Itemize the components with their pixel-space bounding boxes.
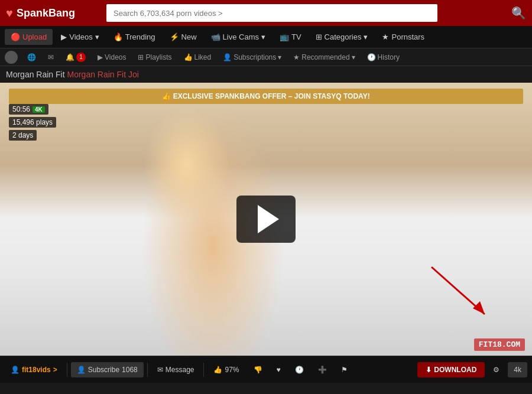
nav-categories[interactable]: ⊞ Categories ▾ (310, 29, 374, 45)
nav-pornstars[interactable]: ★ Pornstars (376, 29, 430, 45)
subscriptions-dropdown-icon: ▾ (278, 53, 281, 61)
notification-count: 1 (76, 53, 86, 62)
play-triangle-icon (258, 205, 279, 233)
pornstars-icon: ★ (382, 32, 389, 41)
gear-icon: ⚙ (493, 366, 499, 374)
play-button[interactable] (236, 196, 296, 243)
logo-heart-icon: ♥ (6, 6, 13, 20)
search-input[interactable] (106, 4, 437, 22)
message-icon: ✉ (157, 366, 163, 374)
subnav-videos-label: Videos (105, 53, 126, 61)
thumbs-down-button[interactable]: 👎 (248, 362, 268, 377)
subnav-subscriptions[interactable]: 👤 Subscriptions ▾ (218, 51, 286, 64)
subnav-recommended-label: Recommended (301, 53, 349, 61)
livecams-icon: 📹 (211, 32, 220, 41)
upload-icon: 🔴 (11, 32, 20, 41)
tag-joi[interactable]: Joi (128, 70, 139, 79)
subnav-history[interactable]: 🕐 History (362, 51, 404, 64)
nav-trending[interactable]: 🔥 Trending (108, 29, 161, 45)
flag-icon: ⚑ (341, 366, 348, 374)
settings-button[interactable]: ⚙ (487, 362, 505, 377)
video-player[interactable]: 👍 EXCLUSIVE SPANKBANG OFFER – JOIN STASY… (0, 83, 532, 356)
recommended-dropdown-icon: ▾ (352, 53, 355, 61)
notification-bell[interactable]: 🌐 (22, 51, 41, 64)
message-label: Message (166, 366, 194, 374)
action-bar: 👤 fit18vids > 👤 Subscribe 1068 ✉ Message… (0, 356, 532, 383)
svg-marker-1 (473, 301, 485, 314)
user-icon: 👤 (11, 366, 20, 374)
tv-icon: 📺 (280, 32, 289, 41)
video-plays-badge: 15,496 plays (9, 117, 56, 128)
subnav-recommended-icon: ★ (293, 53, 300, 61)
logo[interactable]: ♥ SpankBang (6, 6, 100, 20)
download-arrow (426, 261, 497, 332)
categories-icon: ⊞ (316, 32, 322, 41)
channel-link[interactable]: 👤 fit18vids > (5, 362, 63, 377)
nav-new-label: New (181, 32, 197, 41)
subnav-playlists[interactable]: ⊞ Playlists (133, 51, 176, 64)
nav-livecams[interactable]: 📹 Live Cams ▾ (205, 29, 271, 45)
subscribe-count: 1068 (122, 366, 138, 374)
flag-button[interactable]: ⚑ (335, 362, 353, 377)
subscribe-label: Subscribe (88, 366, 119, 374)
nav-pornstars-label: Pornstars (391, 32, 424, 41)
nav-tv[interactable]: 📺 TV (274, 29, 307, 45)
download-icon: ⬇ (426, 366, 432, 374)
videos-dropdown-icon: ▾ (95, 32, 99, 41)
subnav-subscriptions-icon: 👤 (223, 53, 232, 61)
thumbs-up-button[interactable]: 👍 97% (207, 362, 245, 377)
livecams-dropdown-icon: ▾ (261, 32, 265, 41)
plus-icon: ➕ (318, 366, 327, 374)
quality-badge: 4K (33, 106, 45, 113)
subnav-history-label: History (378, 53, 400, 61)
quality-selector[interactable]: 4k (508, 362, 527, 377)
quality-label: 4k (514, 366, 521, 374)
nav-videos[interactable]: ▶ Videos ▾ (55, 29, 105, 45)
duration-text: 50:56 (12, 105, 30, 113)
globe-icon: 🌐 (27, 53, 36, 61)
subnav-history-icon: 🕐 (367, 53, 376, 61)
video-age-badge: 2 days (9, 130, 37, 141)
main-nav: 🔴 Upload ▶ Videos ▾ 🔥 Trending ⚡ New 📹 L… (0, 26, 532, 48)
subscribe-button[interactable]: 👤 Subscribe 1068 (71, 362, 144, 377)
tag-fit[interactable]: Fit (117, 70, 126, 79)
search-button[interactable]: 🔍 (511, 6, 526, 20)
channel-name: fit18vids (22, 366, 51, 374)
tag-morgan-rain[interactable]: Morgan Rain (67, 70, 114, 79)
envelope-icon: ✉ (48, 53, 54, 61)
subnav-videos[interactable]: ▶ Videos (93, 51, 131, 64)
videos-icon: ▶ (61, 32, 67, 41)
subnav-subscriptions-label: Subscriptions (233, 53, 276, 61)
separator-1 (67, 363, 67, 377)
bell-icon: 🔔 (66, 53, 74, 61)
subnav-recommended[interactable]: ★ Recommended ▾ (288, 51, 359, 64)
heart-icon: ♥ (277, 366, 281, 374)
download-button[interactable]: ⬇ DOWNLOAD (417, 362, 485, 377)
subnav-videos-icon: ▶ (98, 53, 103, 61)
trending-icon: 🔥 (113, 32, 123, 41)
watchlater-button[interactable]: 🕐 (289, 362, 310, 377)
nav-tv-label: TV (291, 32, 301, 41)
subnav-liked-icon: 👍 (184, 53, 193, 61)
favorite-button[interactable]: ♥ (271, 362, 287, 377)
clock-icon: 🕐 (295, 366, 304, 374)
upload-label: Upload (22, 32, 47, 41)
promo-banner[interactable]: 👍 EXCLUSIVE SPANKBANG OFFER – JOIN STASY… (9, 89, 523, 104)
upload-button[interactable]: 🔴 Upload (5, 29, 53, 45)
nav-new[interactable]: ⚡ New (164, 29, 203, 45)
subnav-liked[interactable]: 👍 Liked (179, 51, 216, 64)
subnav-playlists-label: Playlists (145, 53, 171, 61)
new-icon: ⚡ (170, 32, 179, 41)
site-name: SpankBang (17, 7, 75, 19)
notification-badge[interactable]: 🔔 1 (61, 50, 90, 64)
message-nav-icon[interactable]: ✉ (43, 51, 59, 64)
subnav-liked-label: Liked (194, 53, 212, 61)
categories-dropdown-icon: ▾ (364, 32, 368, 41)
thumbs-up-percent: 97% (225, 366, 239, 374)
nav-livecams-label: Live Cams (223, 32, 259, 41)
user-avatar[interactable] (5, 51, 18, 64)
nav-videos-label: Videos (69, 32, 93, 41)
video-watermark: FIT18.COM (474, 338, 525, 351)
message-button[interactable]: ✉ Message (151, 362, 200, 377)
add-playlist-button[interactable]: ➕ (312, 362, 333, 377)
